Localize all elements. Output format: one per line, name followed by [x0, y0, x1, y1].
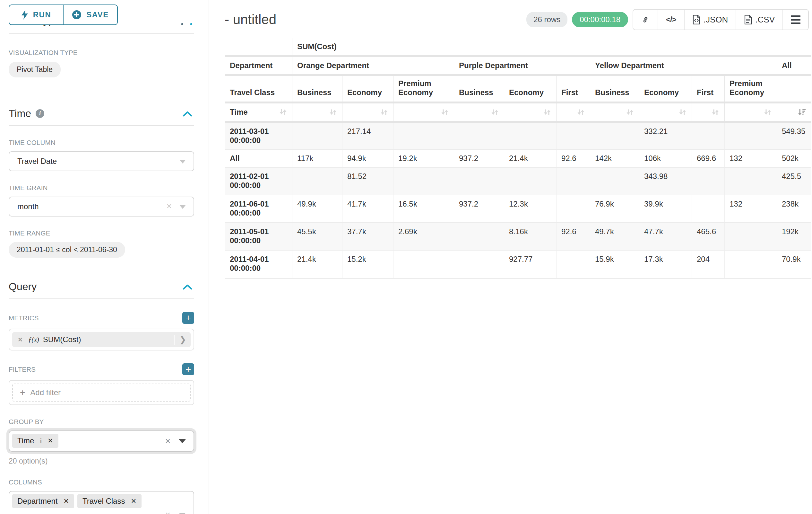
time-grain-label: TIME GRAIN — [9, 184, 194, 192]
run-button[interactable]: RUN — [9, 4, 63, 25]
sort-header-cell[interactable] — [556, 103, 590, 122]
sort-header-cell[interactable] — [292, 103, 343, 122]
chevron-down-icon[interactable] — [179, 513, 186, 514]
chart-type-collapse-chevron-clipped[interactable] — [181, 23, 192, 25]
sort-icon[interactable] — [380, 108, 388, 117]
row-header: 2011-02-01 00:00:00 — [225, 167, 292, 195]
add-filter-button[interactable]: + Add filter — [12, 384, 191, 402]
sort-icon[interactable] — [711, 108, 720, 117]
pivot-cell: 217.14 — [343, 122, 394, 150]
pivot-cell — [692, 122, 725, 150]
column-dimension-header: Travel Class — [225, 75, 292, 103]
chevron-up-icon[interactable] — [183, 111, 192, 117]
pivot-cell: 106k — [639, 150, 692, 167]
sort-icon[interactable] — [763, 108, 772, 117]
time-range-value[interactable]: 2011-01-01 ≤ col < 2011-06-30 — [9, 242, 125, 258]
group-by-pill-time[interactable]: Time i ✕ — [12, 434, 58, 448]
more-options-button[interactable] — [782, 10, 808, 30]
pivot-cell: 204 — [692, 250, 725, 278]
sort-header-cell[interactable] — [454, 103, 504, 122]
metric-option[interactable]: × ƒ(x) SUM(Cost) ❯ — [12, 332, 191, 347]
sort-header-cell[interactable] — [590, 103, 639, 122]
chevron-right-icon[interactable]: ❯ — [174, 335, 191, 345]
pivot-cell: 937.2 — [454, 195, 504, 223]
explore-app: Chart Type RUN — [0, 0, 812, 514]
menu-icon — [791, 16, 801, 24]
columns-pill-department[interactable]: Department ✕ — [12, 494, 74, 508]
export-json-label: .JSON — [703, 15, 728, 25]
remove-metric-icon[interactable]: × — [12, 335, 28, 344]
code-icon: </> — [666, 15, 676, 24]
chevron-down-icon[interactable] — [179, 439, 186, 443]
chevron-up-icon[interactable] — [183, 284, 192, 290]
sort-header-cell[interactable] — [639, 103, 692, 122]
remove-pill-icon[interactable]: ✕ — [63, 497, 69, 505]
chevron-down-icon — [179, 205, 186, 209]
sort-header-cell[interactable] — [394, 103, 454, 122]
leaf-column-header: Economy — [639, 75, 692, 103]
sort-desc-icon[interactable] — [798, 108, 806, 117]
sort-header-cell[interactable] — [692, 103, 725, 122]
pivot-cell: 16.5k — [394, 195, 454, 223]
sort-header-cell[interactable] — [504, 103, 556, 122]
columns-pill-travel-class[interactable]: Travel Class ✕ — [77, 494, 142, 508]
corner-cell — [225, 38, 292, 56]
time-column-label: TIME COLUMN — [9, 139, 194, 146]
pivot-cell — [692, 195, 725, 223]
leaf-column-header: Business — [454, 75, 504, 103]
group-by-select[interactable]: Time i ✕ × — [9, 431, 194, 452]
pivot-cell — [292, 167, 343, 195]
embed-code-button[interactable]: </> — [658, 10, 684, 30]
pivot-cell — [725, 122, 777, 150]
pivot-cell — [504, 122, 556, 150]
remove-pill-icon[interactable]: ✕ — [130, 497, 137, 505]
copy-link-button[interactable] — [633, 10, 658, 30]
csv-file-icon — [744, 15, 752, 24]
remove-pill-icon[interactable]: ✕ — [48, 437, 53, 444]
chart-header: - untitled 26 rows 00:00:00.18 </> — [225, 9, 812, 30]
pivot-cell: 192k — [777, 223, 811, 250]
sort-icon[interactable] — [576, 108, 585, 117]
sort-icon[interactable] — [626, 108, 634, 117]
sort-header-cell[interactable] — [777, 103, 811, 122]
chart-panel: - untitled 26 rows 00:00:00.18 </> — [209, 0, 812, 514]
sort-icon[interactable] — [543, 108, 551, 117]
leaf-column-header — [777, 75, 811, 103]
pivot-cell — [394, 250, 454, 278]
clear-all-icon[interactable]: × — [165, 510, 170, 514]
chart-title[interactable]: - untitled — [225, 12, 276, 27]
add-filter-plus-button[interactable]: + — [182, 363, 194, 375]
export-json-button[interactable]: .JSON — [684, 10, 736, 30]
leaf-column-header: Premium Economy — [394, 75, 454, 103]
sort-icon[interactable] — [329, 108, 337, 117]
info-icon: i — [36, 109, 44, 118]
clear-icon[interactable]: × — [167, 202, 172, 211]
save-button[interactable]: SAVE — [63, 4, 118, 25]
sort-icon[interactable] — [490, 108, 499, 117]
leaf-column-header: First — [556, 75, 590, 103]
pivot-cell: 76.9k — [590, 195, 639, 223]
plus-icon: + — [20, 387, 25, 398]
sort-icon[interactable] — [678, 108, 687, 117]
row-axis-header[interactable]: Time — [225, 103, 292, 122]
pivot-cell: 669.6 — [692, 150, 725, 167]
time-grain-select[interactable]: month × — [9, 197, 194, 217]
run-button-label: RUN — [33, 10, 51, 19]
pivot-cell — [725, 167, 777, 195]
row-dimension-header: Department — [225, 56, 292, 75]
sort-header-cell[interactable] — [343, 103, 394, 122]
pivot-cell — [504, 167, 556, 195]
add-metric-button[interactable]: + — [182, 312, 194, 324]
sort-icon[interactable] — [279, 108, 287, 116]
pivot-cell — [394, 167, 454, 195]
time-column-select[interactable]: Travel Date — [9, 151, 194, 171]
columns-select[interactable]: Department ✕ Travel Class ✕ × — [9, 491, 194, 514]
row-axis-label: Time — [230, 108, 248, 117]
query-timer-badge: 00:00:00.18 — [572, 12, 628, 27]
export-csv-button[interactable]: .CSV — [735, 10, 782, 30]
clear-all-icon[interactable]: × — [165, 437, 170, 445]
sort-icon[interactable] — [440, 108, 449, 117]
metric-header-cell: SUM(Cost) — [292, 38, 811, 56]
visualization-type-value[interactable]: Pivot Table — [9, 62, 61, 77]
sort-header-cell[interactable] — [725, 103, 777, 122]
